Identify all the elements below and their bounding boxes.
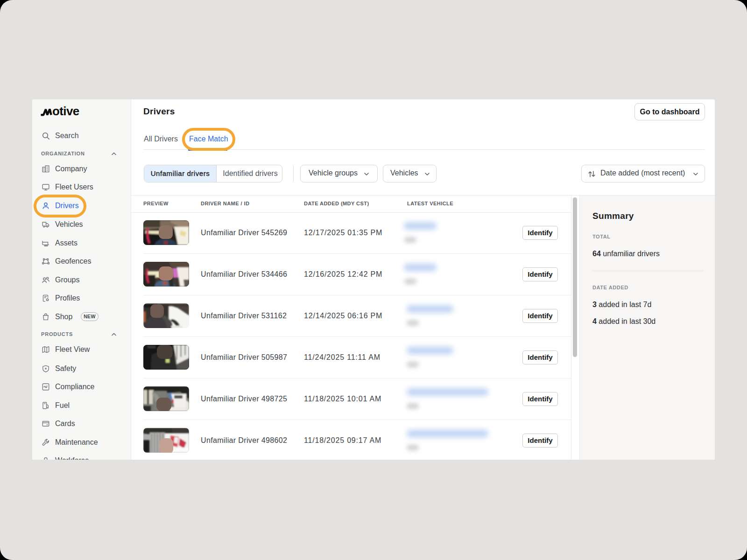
svg-text:otive: otive bbox=[52, 105, 79, 118]
